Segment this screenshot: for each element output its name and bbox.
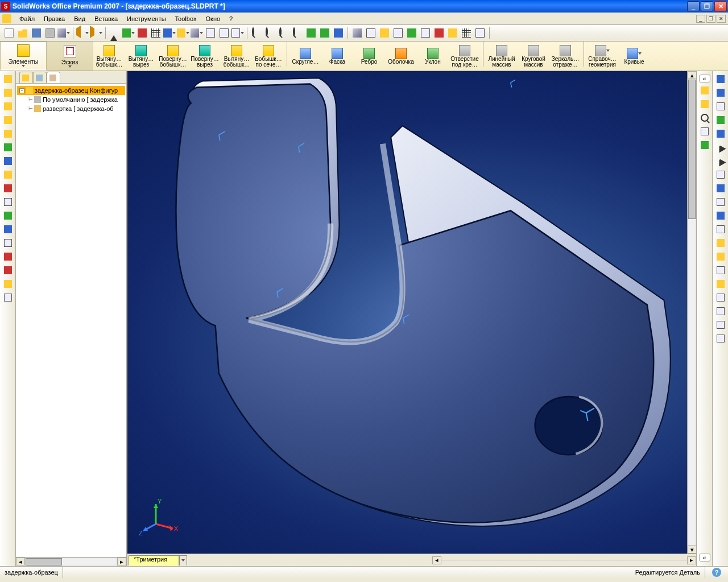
sketch-tool-16[interactable] [715, 292, 726, 303]
sketch-tool-14[interactable] [715, 265, 726, 276]
menu-window[interactable]: Окно [201, 14, 225, 23]
zoom-fit-button[interactable] [263, 26, 277, 40]
sketch-tool-19[interactable] [715, 333, 726, 344]
taskpane-tool-3[interactable] [699, 126, 710, 137]
view-iso-button[interactable] [350, 26, 364, 40]
mdi-restore-button[interactable]: ❐ [706, 15, 715, 23]
scroll-thumb[interactable] [26, 558, 62, 566]
sketch-tool-3[interactable] [715, 114, 726, 126]
status-help[interactable]: ? [705, 567, 728, 578]
view-tab-dropdown[interactable] [179, 555, 187, 566]
left-tool-0[interactable] [2, 73, 14, 85]
cmd-фаска[interactable]: Фаска [321, 42, 353, 71]
left-tool-15[interactable] [2, 278, 14, 290]
view-normal-button[interactable] [364, 26, 378, 40]
tree-item[interactable]: ⊢ По умолчанию [ задержка [17, 95, 125, 104]
cmd-поверну[interactable]: Поверну…бобышк… [157, 42, 189, 71]
sketch-tool-13[interactable] [715, 251, 726, 262]
axes-button[interactable] [391, 26, 405, 40]
cmd-вытяну[interactable]: Вытяну…вырез [125, 42, 157, 71]
curvature-button[interactable] [419, 26, 432, 40]
sketch-tool-5[interactable] [715, 142, 726, 153]
mdi-minimize-button[interactable]: _ [696, 15, 705, 23]
cmdmgr-tab-sketch[interactable]: Эскиз [47, 42, 93, 71]
open-button[interactable] [16, 26, 30, 40]
cmd-вытяну[interactable]: Вытяну…бобышк… [221, 42, 253, 71]
tree-tab-configuration[interactable] [47, 72, 60, 83]
hlv-button[interactable] [217, 26, 231, 40]
left-tool-11[interactable] [2, 224, 14, 235]
viewport-vertical-scrollbar[interactable]: ▴ ▾ [687, 71, 696, 554]
left-tool-7[interactable] [2, 169, 14, 180]
taskpane-expand2-button[interactable]: « [699, 554, 710, 562]
tree-item[interactable]: ⊢ развертка [ задержка-об [17, 104, 125, 113]
hlr-button[interactable] [204, 26, 217, 40]
viewport-hscroll-track[interactable] [441, 560, 687, 561]
orientation-triad[interactable]: X Y Z [139, 496, 179, 536]
panel-splitter[interactable]: ··· [127, 312, 128, 319]
left-tool-3[interactable] [2, 114, 14, 126]
origins-button[interactable] [432, 26, 446, 40]
previous-view-button[interactable] [332, 26, 345, 40]
left-tool-13[interactable] [2, 251, 14, 262]
maximize-button[interactable]: ❐ [701, 1, 713, 11]
cmd-кривые[interactable]: Кривые [618, 42, 650, 71]
taskpane-tool-1[interactable] [699, 98, 710, 110]
cmd-отверстие[interactable]: Отверстиепод кре… [449, 42, 481, 71]
3d-view[interactable]: X Y Z ··· [127, 71, 696, 554]
sketch-tool-2[interactable] [715, 101, 726, 112]
taskpane-tool-4[interactable] [699, 139, 710, 151]
select-button[interactable] [108, 26, 122, 40]
tree-tab-feature[interactable] [19, 72, 33, 83]
measure-button[interactable] [250, 26, 263, 40]
menu-help[interactable]: ? [225, 14, 237, 23]
pan-button[interactable] [318, 26, 332, 40]
sketch-tool-17[interactable] [715, 306, 726, 317]
close-button[interactable]: ✕ [714, 1, 727, 11]
view-tab-trimetric[interactable]: *Триметрия [129, 555, 179, 566]
sketch-tool-9[interactable] [715, 196, 726, 208]
left-tool-16[interactable] [2, 292, 14, 303]
left-tool-5[interactable] [2, 142, 14, 153]
sketch-tool-15[interactable] [715, 278, 726, 290]
tree-root[interactable]: - задержка-образец Конфигур [17, 86, 125, 95]
menu-edit[interactable]: Правка [39, 14, 69, 23]
viewport-scroll-right-button[interactable]: ▸ [687, 556, 696, 564]
left-tool-8[interactable] [2, 183, 14, 194]
redo-button[interactable] [89, 26, 103, 40]
save-button[interactable] [30, 26, 43, 40]
menu-insert[interactable]: Вставка [90, 14, 122, 23]
lights-button[interactable] [446, 26, 460, 40]
tree-tab-property[interactable] [33, 72, 47, 83]
taskpane-tool-0[interactable] [699, 85, 710, 96]
undo-button[interactable] [76, 26, 89, 40]
viewport-scroll-left-button[interactable]: ◂ [432, 556, 441, 564]
relations-button[interactable] [405, 26, 419, 40]
cmd-зеркаль[interactable]: Зеркаль…отраже… [549, 42, 581, 71]
grid-button[interactable] [460, 26, 473, 40]
left-tool-9[interactable] [2, 196, 14, 208]
sketch-tool-11[interactable] [715, 224, 726, 235]
cmd-справоч[interactable]: Справоч…геометрия [586, 42, 618, 71]
menu-toolbox[interactable]: Toolbox [171, 14, 201, 23]
sketch-tool-8[interactable] [715, 183, 726, 194]
scroll-down-button[interactable]: ▾ [688, 546, 697, 554]
sketch-tool-1[interactable] [715, 87, 726, 98]
left-tool-4[interactable] [2, 128, 14, 139]
toolbar-extra-button[interactable] [473, 26, 487, 40]
rebuild-button[interactable] [122, 26, 135, 40]
cmd-поверну[interactable]: Поверну…вырез [189, 42, 221, 71]
zoom-dynamic-button[interactable] [291, 26, 304, 40]
sketch-tool-10[interactable] [715, 210, 726, 221]
cmd-уклон[interactable]: Уклон [417, 42, 449, 71]
left-tool-2[interactable] [2, 101, 14, 112]
scroll-right-button[interactable]: ▸ [117, 558, 126, 566]
sketch-tool-12[interactable] [715, 237, 726, 249]
scroll-track[interactable] [688, 79, 696, 546]
cmd-ребро[interactable]: Ребро [353, 42, 385, 71]
taskpane-tool-2[interactable] [699, 112, 710, 123]
display-style-button[interactable] [190, 26, 204, 40]
cmd-круговой[interactable]: Круговоймассив [518, 42, 549, 71]
scroll-left-button[interactable]: ◂ [16, 558, 25, 566]
left-tool-12[interactable] [2, 237, 14, 249]
